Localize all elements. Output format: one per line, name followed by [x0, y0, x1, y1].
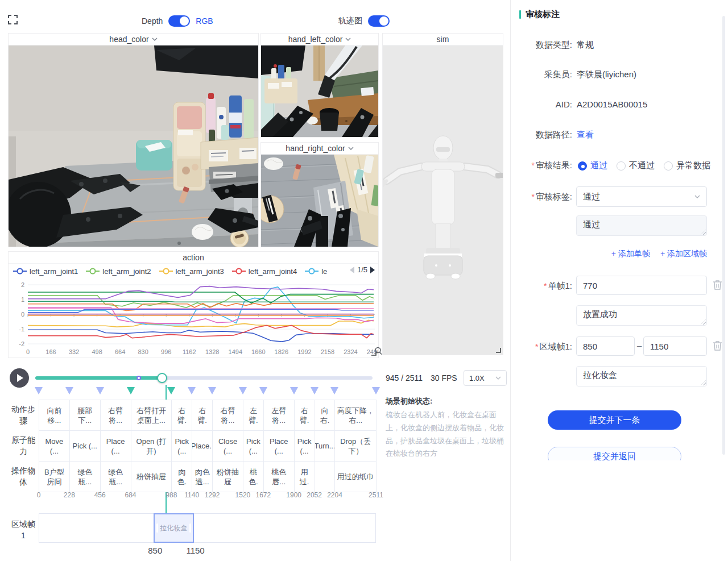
step-boundary-marker[interactable]	[35, 387, 43, 394]
step-boundary-marker[interactable]	[96, 387, 104, 394]
step-cell-object[interactable]	[315, 461, 336, 492]
step-cell-action[interactable]: 右臂.	[294, 400, 315, 431]
step-cell-object[interactable]: 肉色.	[171, 461, 192, 492]
step-cell-action[interactable]: 向前移...	[39, 400, 70, 431]
step-cell-atomic[interactable]: Place..	[192, 430, 213, 462]
zoom-tool-icon[interactable]	[374, 347, 383, 355]
single-frame-note[interactable]: 放置成功	[576, 305, 707, 326]
hand-right-camera-image	[261, 155, 378, 247]
radio-pass[interactable]	[578, 161, 587, 171]
step-boundary-marker[interactable]	[372, 387, 380, 394]
joint-trajectory-chart[interactable]: 210-1-2016633249866483099611621328149416…	[9, 278, 379, 358]
add-single-frame-link[interactable]: + 添加单帧	[611, 249, 650, 259]
radio-pass-label[interactable]: 通过	[590, 160, 607, 171]
region-right-handle[interactable]	[189, 523, 191, 533]
step-cell-atomic[interactable]: Move (...	[39, 430, 70, 462]
step-cell-atomic[interactable]: Pick (...	[171, 430, 192, 462]
single-frame-marker-dot[interactable]	[136, 376, 141, 380]
head-camera-selector[interactable]: head_color	[9, 34, 258, 45]
step-cell-atomic[interactable]: Pick (...	[243, 430, 264, 462]
step-cell-object[interactable]: B户型房间	[39, 461, 70, 492]
hand-left-camera-panel: hand_left_color	[260, 33, 379, 138]
play-button[interactable]	[10, 368, 29, 388]
step-boundary-marker[interactable]	[311, 387, 318, 394]
step-cell-object[interactable]: 桃色唇...	[263, 461, 295, 492]
delete-single-frame-icon[interactable]	[713, 280, 722, 290]
step-cell-action[interactable]: 右臂打开桌面上...	[131, 400, 172, 431]
radio-abnormal[interactable]	[664, 161, 673, 171]
region-frame-selection[interactable]: 拉化妆盒	[154, 513, 194, 543]
progress-slider-handle[interactable]	[157, 373, 167, 383]
step-cell-atomic[interactable]: Drop（丢下）	[334, 430, 377, 462]
depth-label: Depth	[142, 16, 163, 26]
resize-handle-icon[interactable]	[495, 347, 501, 353]
region-start-input[interactable]	[576, 336, 635, 356]
speed-select[interactable]: 1.0X	[464, 370, 507, 386]
step-cell-action[interactable]: 右臂将...	[100, 400, 131, 431]
step-cell-action[interactable]: 左臂将...	[263, 400, 295, 431]
legend-item[interactable]: left_arm_joint3	[159, 267, 224, 276]
depth-rgb-toggle[interactable]	[168, 15, 190, 27]
pager-next-icon[interactable]	[370, 267, 375, 273]
region-frame-note[interactable]: 拉化妆盒	[576, 366, 707, 387]
step-cell-object[interactable]: 绿色瓶...	[100, 461, 131, 492]
step-cell-atomic[interactable]: Turn...	[315, 430, 336, 462]
submit-next-button[interactable]: 提交并下一条	[548, 410, 681, 430]
chart-series	[28, 320, 374, 327]
step-cell-atomic[interactable]: Open (打开)	[131, 430, 172, 462]
hand-right-camera-selector[interactable]: hand_right_color	[261, 143, 378, 155]
step-boundary-marker[interactable]	[167, 387, 175, 394]
step-cell-object[interactable]: 绿色瓶...	[69, 461, 101, 492]
step-boundary-marker[interactable]	[208, 387, 216, 394]
step-boundary-marker[interactable]	[330, 387, 338, 394]
legend-item[interactable]: left_arm_joint4	[232, 267, 297, 276]
step-cell-atomic[interactable]: Close (...	[212, 430, 243, 462]
step-boundary-marker[interactable]	[290, 387, 298, 394]
step-boundary-marker[interactable]	[259, 387, 267, 394]
region-end-input[interactable]	[643, 336, 707, 356]
step-boundary-marker[interactable]	[127, 387, 135, 394]
step-boundary-marker[interactable]	[65, 387, 73, 394]
step-cell-object[interactable]: 桃色.	[243, 461, 264, 492]
step-cell-object[interactable]: 粉饼抽屉	[212, 461, 243, 492]
step-cell-atomic[interactable]: Place (...	[263, 430, 295, 462]
region-left-handle[interactable]	[156, 523, 158, 533]
step-cell-action[interactable]: 右臂.	[171, 400, 192, 431]
step-cell-object[interactable]: 用过的纸巾	[334, 461, 377, 492]
step-cell-action[interactable]: 腰部下...	[69, 400, 101, 431]
chart-series	[28, 301, 374, 302]
step-cell-action[interactable]: 左臂.	[243, 400, 264, 431]
radio-abnormal-label[interactable]: 异常数据	[676, 160, 710, 171]
step-cell-object[interactable]: 粉饼抽屉	[131, 461, 172, 492]
step-cell-action[interactable]: 高度下降，右...	[334, 400, 377, 431]
add-region-frame-link[interactable]: + 添加区域帧	[660, 249, 707, 259]
step-cell-object[interactable]: 用过.	[294, 461, 315, 492]
legend-item[interactable]: le	[305, 267, 327, 276]
radio-fail-label[interactable]: 不通过	[629, 160, 655, 171]
view-link[interactable]: 查看	[577, 130, 594, 140]
single-frame-input[interactable]	[576, 276, 707, 295]
legend-item[interactable]: left_arm_joint2	[86, 267, 151, 276]
submit-back-button[interactable]: 提交并返回	[548, 447, 681, 460]
panel-scrollbar[interactable]	[722, 16, 725, 455]
trajectory-toggle[interactable]	[368, 15, 390, 27]
pager-prev-icon[interactable]	[350, 267, 354, 273]
step-cell-action[interactable]: 右臂.	[192, 400, 213, 431]
step-boundary-marker[interactable]	[188, 387, 196, 394]
radio-fail[interactable]	[617, 161, 626, 171]
row-label-action-steps: 动作步骤	[11, 404, 35, 426]
step-cell-object[interactable]: 肉色透...	[192, 461, 213, 492]
legend-item[interactable]: left_arm_joint1	[13, 267, 78, 276]
hand-left-camera-selector[interactable]: hand_left_color	[261, 34, 378, 45]
step-cell-atomic[interactable]: Pick (...	[294, 430, 315, 462]
review-tag-select[interactable]: 通过	[576, 186, 707, 207]
step-boundary-marker[interactable]	[239, 387, 247, 394]
review-tag-textarea[interactable]: 通过	[576, 215, 707, 236]
step-cell-action[interactable]: 右臂将...	[212, 400, 243, 431]
delete-region-frame-icon[interactable]	[713, 340, 722, 351]
fullscreen-icon[interactable]	[8, 15, 18, 24]
step-cell-atomic[interactable]: Place (...	[100, 430, 131, 462]
step-cell-action[interactable]: 向右.	[315, 400, 336, 431]
sim-viewport[interactable]	[383, 45, 503, 355]
step-cell-atomic[interactable]: Pick (...	[69, 430, 101, 462]
